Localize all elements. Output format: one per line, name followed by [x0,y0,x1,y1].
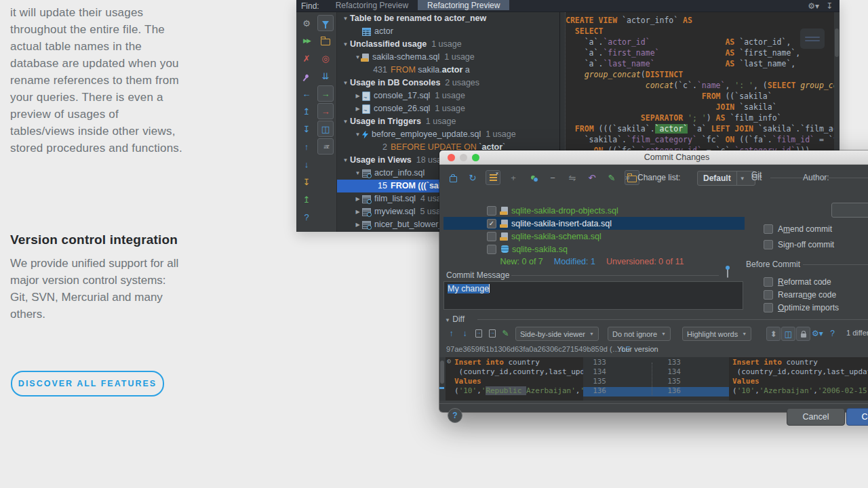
tree-row[interactable]: actor [337,25,559,38]
chevron-more-icon[interactable]: » [625,173,630,182]
disable-editing-icon-button[interactable] [796,327,810,341]
autoscroll-from-source-icon-button[interactable]: → [317,103,334,119]
chevron-down-icon[interactable]: ▼ [353,167,362,180]
chevron-right-icon[interactable]: ▶ [353,102,362,115]
two-side-view-icon-button[interactable]: ◫ [781,327,795,341]
sort-alphabetically-icon[interactable]: ↓az [323,143,328,150]
target-icon-button[interactable]: ◎ [317,50,334,66]
export-icon[interactable]: ↥ [303,195,311,205]
collapse-all-icon[interactable]: ↧ [303,124,311,134]
next-difference-icon-button[interactable]: ↓ [458,327,471,340]
file-row[interactable]: sqlite-sakila-drop-objects.sql [443,204,745,217]
help-button[interactable]: ? [448,408,462,423]
chevron-right-icon[interactable]: ▶ [353,89,362,102]
tab-refactoring-preview-1[interactable]: Refactoring Preview [326,0,418,10]
highlight-select[interactable]: Highlight words▼ [682,327,751,341]
settings-icon-button[interactable]: ⚙ [298,15,315,31]
author-field[interactable] [831,203,868,218]
tree-row[interactable]: ▼Usage in Triggers 1 usage [337,115,559,128]
chevron-down-icon[interactable]: ▼ [341,77,350,89]
target-icon[interactable]: ◎ [321,54,329,64]
reformat-code-checkbox[interactable]: Reformat code [764,277,831,287]
tab-refactoring-preview-2[interactable]: Refactoring Preview [418,0,509,10]
chevron-down-icon[interactable]: ▼ [341,115,350,128]
file-checkbox[interactable] [487,245,496,254]
message-history-icon[interactable] [727,267,728,278]
group-folder-icon[interactable] [321,39,330,45]
close-traffic-light[interactable] [448,154,455,161]
preview-usages-icon-button[interactable]: ◫ [317,121,334,137]
file-checkbox[interactable] [487,232,496,241]
rerun-icon[interactable]: ▶▶ [303,37,310,44]
chevron-down-icon[interactable]: ▼ [341,154,350,167]
remove-icon[interactable]: − [550,173,555,183]
commit-button[interactable]: Commit [846,408,868,426]
tree-row[interactable]: ▼sakila-schema.sql 1 usage [337,51,559,64]
split-down-icon[interactable]: ⇊ [322,71,330,81]
autoscroll-to-source-icon-button[interactable]: → [317,85,334,102]
dialog-titlebar[interactable]: Commit Changes [439,150,868,165]
show-diff-icon[interactable] [531,176,535,180]
eye-icon[interactable]: ⊙ [447,357,451,365]
help-icon[interactable]: ? [304,212,309,222]
jump-to-source-icon-button[interactable] [472,327,485,340]
amend-commit-checkbox[interactable]: Amend commit [764,224,832,234]
rollback-icon-button[interactable]: ↶ [585,171,599,184]
collapse-unchanged-icon-button[interactable]: ⬍ [766,327,781,341]
move-to-changelist-icon-button[interactable]: ⇋ [566,171,579,184]
diff-help-icon-button[interactable]: ? [826,327,839,340]
file-checkbox[interactable] [487,206,496,216]
changelist-icon[interactable] [490,174,497,181]
close-icon-button[interactable]: ✗ [298,50,315,66]
rerun-icon-button[interactable]: ▶▶ [298,33,315,49]
close-icon[interactable]: ✗ [303,54,311,64]
import-icon[interactable]: ↧ [303,177,311,187]
optimize-imports-checkbox[interactable]: Optimize imports [764,303,839,312]
split-down-icon-button[interactable]: ⇊ [317,68,334,84]
discover-all-features-button[interactable]: DISCOVER ALL FEATURES [11,371,164,396]
expand-all-icon-button[interactable]: ↥ [298,103,315,119]
diff-settings-icon-button[interactable]: ⚙▾ [811,327,824,340]
tree-row[interactable]: ▼Table to be renamed to actor_new [337,12,559,25]
hide-panel-icon[interactable]: ↧ [826,1,833,11]
remove-icon-button[interactable]: − [546,171,559,184]
rollback-icon[interactable]: ↶ [589,173,596,183]
previous-difference-icon-button[interactable]: ↑ [445,327,458,340]
changed-files-list[interactable]: sqlite-sakila-drop-objects.sql✓sqlite-sa… [443,204,745,256]
diff-help-icon[interactable]: ? [830,329,835,338]
gear-icon[interactable]: ⚙▾ [808,1,819,11]
chevron-down-icon[interactable]: ▼ [341,38,350,51]
back-arrow-icon[interactable]: ← [302,89,311,99]
chevron-down-icon[interactable]: ▼ [353,128,362,141]
sort-alphabetically-icon-button[interactable]: ↓az [317,138,334,155]
checkbox[interactable] [764,240,773,249]
add-icon-button[interactable]: + [507,171,520,184]
tree-row[interactable]: ▶console_26.sql 1 usage [337,102,559,115]
preview-usages-icon[interactable]: ◫ [321,124,330,134]
move-to-changelist-icon[interactable]: ⇋ [569,173,576,183]
down-arrow-icon[interactable]: ↓ [304,159,309,169]
chevron-down-icon[interactable]: ▼ [353,51,362,64]
sign-off-commit-checkbox[interactable]: Sign-off commit [764,240,834,249]
autoscroll-from-source-icon[interactable]: → [321,106,330,117]
down-arrow-icon-button[interactable]: ↓ [298,156,315,172]
tree-row[interactable]: ▼Unclassified usage 1 usage [337,38,559,51]
settings-icon[interactable]: ⚙ [302,18,311,28]
collapse-all-icon-button[interactable]: ↧ [298,121,315,137]
previous-difference-icon[interactable]: ↑ [450,329,454,338]
file-row[interactable]: sqlite-sakila.sq [443,243,745,256]
tree-row[interactable]: ▶console_17.sql 1 usage [337,89,559,102]
ignore-select[interactable]: Do not ignore▼ [608,327,671,341]
diff-settings-icon[interactable]: ⚙▾ [812,329,823,338]
pin-icon[interactable] [304,73,309,78]
edit-source-icon[interactable]: ✎ [608,173,616,183]
tree-row[interactable]: ▼before_employee_update.sql 1 usage [337,128,559,141]
up-arrow-icon-button[interactable]: ↑ [298,138,315,155]
group-folder-icon-button[interactable] [317,33,334,49]
chevron-down-icon[interactable]: ▼ [341,12,350,25]
tree-row[interactable]: 431FROM sakila.actor a [337,64,559,77]
chevron-right-icon[interactable]: ▶ [353,192,362,205]
file-row[interactable]: sqlite-sakila-schema.sql [443,230,745,243]
minimize-traffic-light[interactable] [460,154,467,161]
shelve-icon[interactable] [450,176,457,182]
